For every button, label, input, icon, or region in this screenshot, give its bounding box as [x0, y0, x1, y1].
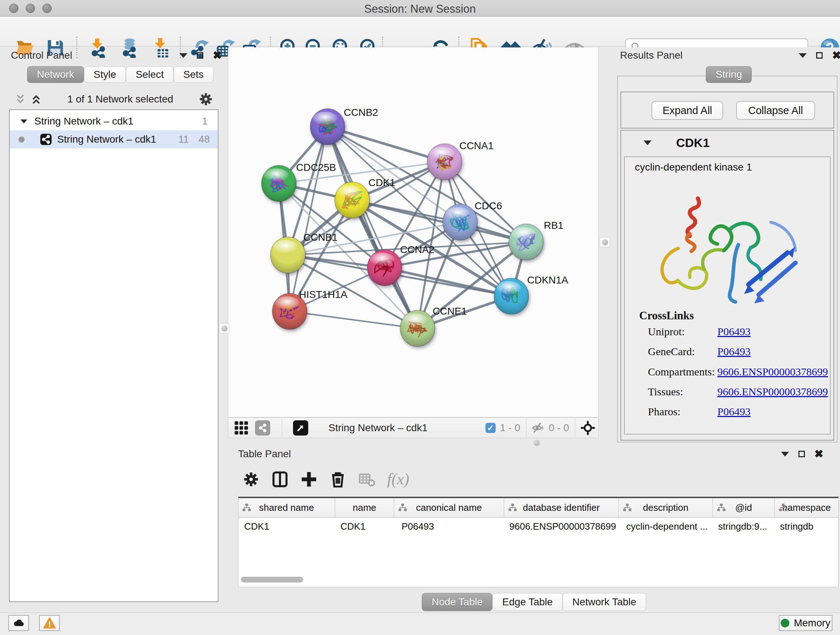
float-panel-icon[interactable]	[798, 451, 805, 457]
node-label: CDK1	[368, 177, 395, 188]
status-bar: Memory	[0, 613, 840, 635]
network-collection-row[interactable]: String Network – cdk1 1	[10, 112, 218, 130]
network-selection-status: 1 of 1 Network selected	[42, 93, 198, 105]
memory-button[interactable]: Memory	[779, 615, 832, 631]
horizontal-scrollbar[interactable]	[241, 577, 303, 583]
tab-string-results[interactable]: String	[706, 66, 752, 83]
section-expander-icon[interactable]	[644, 141, 652, 145]
application-window: Session: New Session	[0, 0, 840, 635]
close-panel-icon[interactable]: ✖	[213, 52, 222, 59]
panel-menu-icon[interactable]	[180, 53, 187, 58]
cdk1-result-section: CDK1 cyclin-dependent kinase 1	[621, 130, 834, 440]
close-panel-icon[interactable]: ✖	[832, 52, 840, 59]
network-node-CDKN1A[interactable]: CDKN1A	[494, 274, 569, 314]
expand-collapse-box: Expand All Collapse All	[621, 92, 834, 128]
float-panel-icon[interactable]	[197, 52, 203, 59]
crosslink-label: Pharos:	[648, 405, 681, 418]
collapse-all-button[interactable]: Collapse All	[736, 101, 815, 120]
node-label: HIST1H1A	[299, 289, 347, 300]
warning-icon	[43, 616, 56, 630]
crosslink-compartments-link[interactable]: 9606.ENSP00000378699	[717, 366, 828, 378]
cell-database-identifier[interactable]: 9606.ENSP00000378699	[504, 518, 618, 535]
network-node-CDK1[interactable]: CDK1	[335, 177, 395, 218]
table-tabs: Node Table Edge Table Network Table	[228, 593, 840, 611]
node-label: CDKN1A	[527, 274, 568, 286]
column-header-namespace[interactable]: namespace	[774, 498, 838, 517]
network-node-CCNA1[interactable]: CCNA1	[427, 140, 494, 180]
table-panel: Table Panel ✖ f(x) shared name name	[228, 446, 840, 611]
network-node-HIST1H1A[interactable]: HIST1H1A	[272, 289, 347, 329]
warning-status-button[interactable]	[39, 615, 60, 631]
cell-name[interactable]: CDK1	[335, 518, 393, 535]
grid-view-icon[interactable]	[233, 420, 249, 436]
network-list: String Network – cdk1 1 String Network –…	[9, 109, 218, 602]
panel-menu-icon[interactable]	[799, 53, 807, 58]
crosslink-pharos-link[interactable]: P06493	[717, 405, 751, 418]
network-view-mode-icon[interactable]	[255, 420, 270, 435]
panel-menu-icon[interactable]	[781, 452, 789, 456]
hidden-nodes-edges-count: 0 - 0	[549, 422, 569, 434]
collection-expander-icon[interactable]	[21, 119, 27, 123]
delete-column-icon[interactable]	[329, 470, 347, 488]
column-header-shared-name[interactable]: shared name	[238, 498, 335, 517]
horizontal-splitter-handle[interactable]	[534, 440, 540, 446]
collapse-all-networks-icon[interactable]	[14, 93, 27, 105]
table-options-gear-icon[interactable]	[242, 470, 260, 488]
tab-style[interactable]: Style	[84, 66, 126, 83]
cell-description[interactable]: cyclin-dependent ...	[618, 518, 712, 535]
expand-all-networks-icon[interactable]	[30, 93, 42, 105]
network-row-selected[interactable]: String Network – cdk1 11 48	[10, 130, 218, 149]
network-edge	[290, 311, 417, 328]
right-splitter-handle[interactable]	[600, 237, 610, 247]
hierarchy-icon	[398, 503, 407, 512]
tab-select[interactable]: Select	[126, 66, 174, 83]
tab-sets[interactable]: Sets	[174, 66, 213, 83]
close-panel-icon[interactable]: ✖	[814, 450, 823, 458]
selected-indicator-checkbox[interactable]: ✓	[485, 423, 496, 433]
table-row[interactable]: CDK1 CDK1 P06493 9606.ENSP00000378699 cy…	[238, 518, 838, 535]
crosslink-uniprot-link[interactable]: P06493	[717, 325, 751, 338]
network-node-RB1[interactable]: RB1	[508, 220, 563, 260]
node-label: CDC6	[475, 200, 502, 211]
cell-canonical-name[interactable]: P06493	[393, 518, 504, 535]
tab-network[interactable]: Network	[27, 66, 84, 83]
tab-edge-table[interactable]: Edge Table	[493, 593, 562, 611]
cell-namespace[interactable]: stringdb	[774, 518, 838, 535]
column-header-id[interactable]: @id	[712, 498, 774, 517]
expand-all-button[interactable]: Expand All	[652, 101, 723, 120]
collection-count: 1	[202, 116, 208, 127]
network-view-canvas[interactable]: CCNB2CCNA1CDC25BCDK1CDC6RB1CCNB1CCNA2CDK…	[228, 48, 599, 417]
table-panel-title: Table Panel	[238, 448, 291, 460]
crosslink-genecard-link[interactable]: P06493	[717, 345, 751, 358]
node-label: CCNA2	[400, 244, 434, 255]
pan-crosshair-icon[interactable]	[580, 420, 595, 435]
network-view-title: String Network – cdk1	[328, 422, 428, 434]
network-options-gear-icon[interactable]	[198, 92, 213, 107]
show-column-selector-icon[interactable]	[271, 470, 289, 488]
create-column-icon[interactable]	[300, 470, 317, 488]
collection-label: String Network – cdk1	[34, 116, 134, 127]
left-splitter-handle[interactable]	[219, 323, 229, 333]
control-panel: Control Panel ✖ Network Style Select Set…	[4, 48, 221, 611]
hidden-items-icon	[531, 421, 545, 435]
control-panel-title: Control Panel	[11, 50, 73, 61]
cell-id[interactable]: stringdb:9...	[712, 518, 774, 535]
cloud-status-button[interactable]	[8, 615, 29, 631]
network-icon	[40, 133, 52, 146]
network-edge	[327, 127, 444, 162]
title-bar: Session: New Session	[0, 0, 840, 17]
network-node-CCNE1[interactable]: CCNE1	[400, 306, 467, 347]
tab-node-table[interactable]: Node Table	[422, 593, 493, 611]
result-section-header[interactable]: CDK1	[621, 131, 834, 155]
column-header-name[interactable]: name	[335, 498, 393, 517]
detach-view-icon[interactable]	[293, 420, 308, 435]
column-header-canonical-name[interactable]: canonical name	[393, 498, 504, 517]
tab-network-table[interactable]: Network Table	[562, 593, 646, 611]
column-header-database-identifier[interactable]: database identifier	[504, 498, 618, 517]
network-node-CDC25B[interactable]: CDC25B	[262, 162, 336, 202]
function-builder-icon: f(x)	[387, 470, 409, 488]
crosslink-tissues-link[interactable]: 9606.ENSP00000378699	[717, 386, 828, 398]
float-panel-icon[interactable]	[816, 52, 823, 59]
cell-shared-name[interactable]: CDK1	[238, 518, 335, 535]
column-header-description[interactable]: description	[618, 498, 712, 517]
